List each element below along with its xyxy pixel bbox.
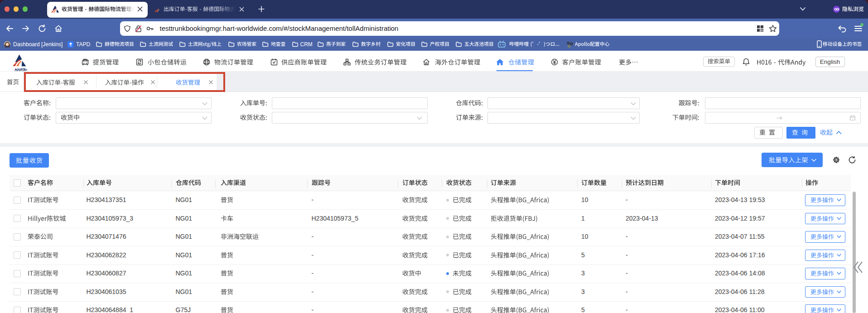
svg-text:HART: HART: [14, 67, 25, 71]
